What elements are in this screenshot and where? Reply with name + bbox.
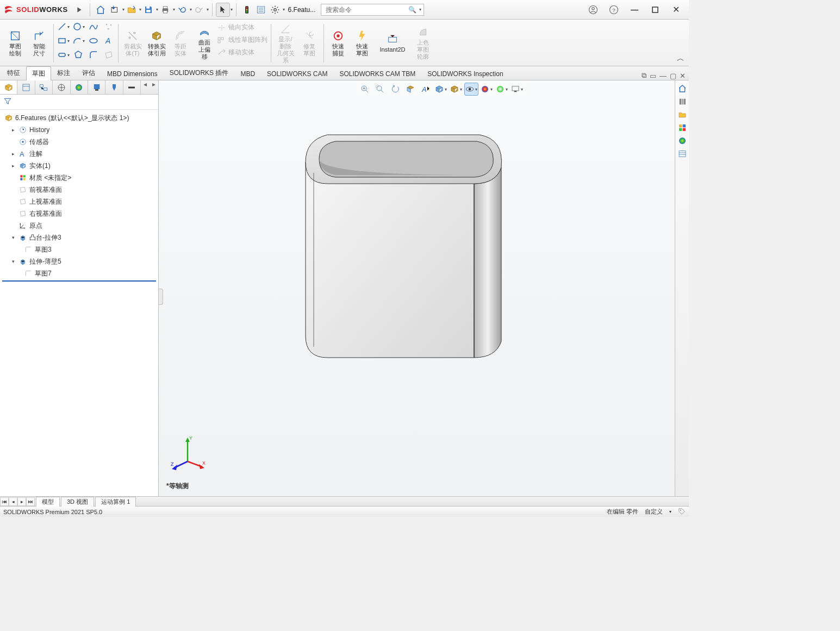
print-icon[interactable] [158, 3, 172, 17]
minimize-button[interactable]: — [628, 3, 641, 16]
settings-gear-icon[interactable] [268, 3, 282, 17]
slot-tool-icon[interactable]: ▾ [56, 49, 70, 61]
hide-show-icon[interactable]: ▾ [464, 83, 478, 96]
edit-appearance-icon[interactable]: ▾ [480, 83, 494, 96]
tree-material[interactable]: 材质 <未指定> [0, 172, 158, 184]
instant2d-button[interactable]: Instant2D [376, 31, 409, 55]
graphics-viewport[interactable]: A ▾ ▾ ▾ ▾ ▾ ▾ [159, 80, 689, 496]
recent-icon[interactable] [108, 3, 122, 17]
rapid-sketch-button[interactable]: 快速 草图 [352, 28, 372, 59]
configuration-manager-tab[interactable] [35, 80, 53, 94]
undo-icon[interactable] [175, 3, 189, 17]
cam-tool-tab[interactable] [105, 80, 123, 94]
taskpane-custom-props-icon[interactable] [676, 148, 688, 160]
bottomtab-motion[interactable]: 运动算例 1 [95, 497, 136, 507]
tree-thin-extrude[interactable]: ▾拉伸-薄壁5 [0, 255, 158, 267]
bottomtab-first-icon[interactable]: ⏮ [0, 497, 9, 506]
part-model[interactable] [235, 102, 539, 407]
command-search[interactable]: 🔍 ▾ [321, 4, 424, 16]
doc-tile-icon[interactable]: ▭ [650, 72, 656, 80]
tree-sketch7[interactable]: 草图7 [0, 267, 158, 279]
tree-root[interactable]: 6.Features (默认<<默认>_显示状态 1>) [0, 112, 158, 124]
bottomtab-last-icon[interactable]: ⏭ [26, 497, 35, 506]
status-custom[interactable]: 自定义 [645, 508, 663, 516]
bottomtab-prev-icon[interactable]: ◂ [9, 497, 17, 506]
tree-history[interactable]: ▸History [0, 124, 158, 136]
doc-minimize-icon[interactable]: — [659, 72, 667, 80]
quick-snap-button[interactable]: 快速 捕捉 [328, 28, 348, 59]
spline-tool-icon[interactable] [86, 21, 101, 33]
line-tool-icon[interactable]: ▾ [56, 21, 70, 33]
tab-sw-cam[interactable]: SOLIDWORKS CAM [261, 67, 333, 80]
tab-mbd-dimensions[interactable]: MBD Dimensions [101, 67, 164, 80]
maximize-button[interactable] [649, 3, 662, 16]
tab-annotate[interactable]: 标注 [51, 66, 76, 80]
tree-sketch3[interactable]: 草图3 [0, 243, 158, 255]
tree-front-plane[interactable]: 前视基准面 [0, 184, 158, 196]
view-orientation-icon[interactable]: ▾ [434, 83, 448, 96]
dimxpert-tab[interactable] [53, 80, 70, 94]
filter-icon[interactable] [3, 97, 12, 105]
cam-manager-tab[interactable] [88, 80, 105, 94]
display-manager-tab[interactable] [71, 80, 88, 94]
tree-right-plane[interactable]: 右视基准面 [0, 208, 158, 220]
section-view-icon[interactable] [403, 83, 418, 96]
taskpane-explorer-icon[interactable] [676, 109, 688, 121]
status-dropdown-icon[interactable]: ▾ [669, 509, 671, 514]
tree-boss-extrude[interactable]: ▾凸台-拉伸3 [0, 232, 158, 243]
previous-view-icon[interactable] [388, 83, 402, 96]
bottomtab-next-icon[interactable]: ▸ [17, 497, 26, 506]
play-icon[interactable] [72, 3, 86, 17]
convert-entities-button[interactable]: 转换实 体引用 [147, 28, 166, 59]
tab-sw-inspection[interactable]: SOLIDWORKS Inspection [421, 67, 509, 80]
user-account-icon[interactable] [587, 3, 600, 16]
text-tool-icon[interactable]: A [102, 35, 116, 47]
panel-prev-icon[interactable]: ◂ [141, 80, 150, 94]
status-tag-icon[interactable] [678, 508, 686, 516]
smart-dimension-button[interactable]: 智能 尺寸 [29, 28, 49, 59]
redo-icon[interactable] [192, 3, 206, 17]
search-icon[interactable]: 🔍 [408, 6, 416, 14]
tree-solid-bodies[interactable]: ▸实体(1) [0, 160, 158, 172]
property-manager-tab[interactable] [17, 80, 35, 94]
dynamic-annotation-icon[interactable]: A [419, 83, 433, 96]
tab-sketch[interactable]: 草图 [26, 66, 51, 80]
tree-origin[interactable]: 原点 [0, 220, 158, 232]
panel-splitter[interactable] [159, 289, 163, 305]
rectangle-tool-icon[interactable]: ▾ [56, 35, 70, 47]
save-icon[interactable] [141, 3, 155, 17]
arc-tool-icon[interactable]: ▾ [71, 35, 85, 47]
taskpane-appearances-icon[interactable] [676, 135, 688, 147]
panel-next-icon[interactable]: ▸ [150, 80, 158, 94]
zoom-fit-icon[interactable] [358, 83, 372, 96]
search-input[interactable] [325, 6, 408, 14]
tree-annotations[interactable]: ▸A注解 [0, 148, 158, 160]
home-icon[interactable] [94, 3, 108, 17]
collapse-ribbon-icon[interactable]: ︿ [677, 54, 685, 64]
tree-sensors[interactable]: 传感器 [0, 136, 158, 148]
bottomtab-3dview[interactable]: 3D 视图 [61, 497, 94, 507]
tab-sw-cam-tbm[interactable]: SOLIDWORKS CAM TBM [333, 67, 421, 80]
tab-evaluate[interactable]: 评估 [76, 66, 101, 80]
zoom-area-icon[interactable] [373, 83, 387, 96]
view-triad[interactable]: Y X Z [169, 434, 207, 472]
apply-scene-icon[interactable]: ▾ [495, 83, 509, 96]
circle-tool-icon[interactable]: ▾ [71, 21, 85, 33]
doc-maximize-icon[interactable]: ▢ [670, 72, 676, 80]
bottomtab-model[interactable]: 模型 [36, 497, 60, 507]
point-tool-icon[interactable] [102, 21, 116, 33]
doc-restore-icon[interactable]: ⧉ [642, 71, 646, 80]
tab-sw-addins[interactable]: SOLIDWORKS 插件 [164, 66, 235, 80]
tab-mbd[interactable]: MBD [234, 67, 261, 80]
plane-tool-icon[interactable] [102, 49, 116, 61]
ellipse-tool-icon[interactable] [86, 35, 101, 47]
open-icon[interactable] [125, 3, 139, 17]
close-button[interactable]: ✕ [669, 3, 682, 16]
taskpane-view-palette-icon[interactable] [676, 122, 688, 134]
help-icon[interactable]: ? [607, 3, 620, 16]
fillet-tool-icon[interactable] [86, 49, 101, 61]
view-settings-icon[interactable]: ▾ [510, 83, 524, 96]
doc-close-icon[interactable]: ✕ [680, 72, 686, 80]
sketch-button[interactable]: 草图 绘制 [5, 28, 25, 59]
tree-top-plane[interactable]: 上视基准面 [0, 196, 158, 208]
